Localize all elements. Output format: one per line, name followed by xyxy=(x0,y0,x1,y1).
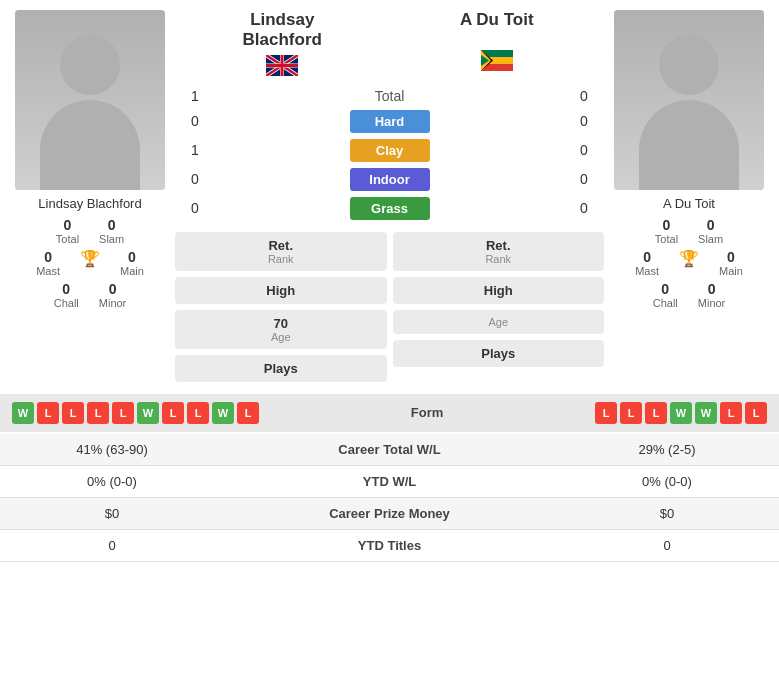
right-minor-label: Minor xyxy=(698,297,726,309)
right-plays-value: Plays xyxy=(403,346,595,361)
stats-rows: 41% (63-90)Career Total W/L29% (2-5)0% (… xyxy=(0,434,779,562)
form-badge-l: L xyxy=(595,402,617,424)
right-form-badges: LLLWWLL xyxy=(595,402,767,424)
form-badge-w: W xyxy=(212,402,234,424)
right-flag-container xyxy=(442,50,552,75)
left-high-box: High xyxy=(175,277,387,304)
svg-rect-8 xyxy=(281,55,284,76)
left-rank-label: Rank xyxy=(185,253,377,265)
form-badge-l: L xyxy=(87,402,109,424)
total-score-left: 1 xyxy=(175,88,215,104)
right-player-col: A Du Toit 0 Total 0 Slam 0 Mast 🏆 xyxy=(609,10,769,309)
form-label: Form xyxy=(259,405,595,420)
hard-score-row: 0 Hard 0 xyxy=(175,110,604,133)
total-score-right: 0 xyxy=(564,88,604,104)
left-trophy-icon: 🏆 xyxy=(80,249,100,268)
left-slam-value: 0 xyxy=(108,217,116,233)
left-high-value: High xyxy=(185,283,377,298)
right-mast-value: 0 xyxy=(643,249,651,265)
left-rank-box: Ret. Rank xyxy=(175,232,387,271)
right-rank-box: Ret. Rank xyxy=(393,232,605,271)
center-col: Lindsay Blachford xyxy=(175,10,604,384)
right-main-value: 0 xyxy=(727,249,735,265)
indoor-badge: Indoor xyxy=(350,168,430,191)
right-high-box: High xyxy=(393,277,605,304)
right-total-label: Total xyxy=(655,233,678,245)
top-section: Lindsay Blachford 0 Total 0 Slam 0 Mast xyxy=(0,0,779,394)
left-chall-label: Chall xyxy=(54,297,79,309)
grass-score-right: 0 xyxy=(564,200,604,216)
form-badge-w: W xyxy=(12,402,34,424)
right-chall-label: Chall xyxy=(653,297,678,309)
left-mast-value: 0 xyxy=(44,249,52,265)
form-badge-l: L xyxy=(745,402,767,424)
left-rank-value: Ret. xyxy=(185,238,377,253)
left-main-label: Main xyxy=(120,265,144,277)
left-minor-value: 0 xyxy=(109,281,117,297)
left-mast-label: Mast xyxy=(36,265,60,277)
clay-score-left: 1 xyxy=(175,142,215,158)
form-badge-w: W xyxy=(695,402,717,424)
clay-score-row: 1 Clay 0 xyxy=(175,139,604,162)
right-main-label: Main xyxy=(719,265,743,277)
form-badge-w: W xyxy=(137,402,159,424)
left-age-box: 70 Age xyxy=(175,310,387,349)
stats-center-label-3: YTD Titles xyxy=(212,538,567,553)
indoor-score-row: 0 Indoor 0 xyxy=(175,168,604,191)
left-center-name-line2: Blachford xyxy=(227,30,337,50)
left-center-name-line1: Lindsay xyxy=(227,10,337,30)
hard-score-right: 0 xyxy=(564,113,604,129)
left-total-label: Total xyxy=(56,233,79,245)
stats-left-2: $0 xyxy=(12,506,212,521)
right-trophy-icon: 🏆 xyxy=(679,249,699,268)
right-age-label: Age xyxy=(403,316,595,328)
grass-badge: Grass xyxy=(350,197,430,220)
right-slam-label: Slam xyxy=(698,233,723,245)
right-chall-value: 0 xyxy=(661,281,669,297)
stats-row-0: 41% (63-90)Career Total W/L29% (2-5) xyxy=(0,434,779,466)
grass-score-left: 0 xyxy=(175,200,215,216)
form-badge-l: L xyxy=(237,402,259,424)
form-section: WLLLLWLLWL Form LLLWWLL xyxy=(0,394,779,432)
stats-row-1: 0% (0-0)YTD W/L0% (0-0) xyxy=(0,466,779,498)
form-badge-l: L xyxy=(37,402,59,424)
hard-score-left: 0 xyxy=(175,113,215,129)
right-high-value: High xyxy=(403,283,595,298)
right-rank-value: Ret. xyxy=(403,238,595,253)
form-badge-l: L xyxy=(620,402,642,424)
stats-right-3: 0 xyxy=(567,538,767,553)
left-plays-box: Plays xyxy=(175,355,387,382)
left-minor-label: Minor xyxy=(99,297,127,309)
left-player-col: Lindsay Blachford 0 Total 0 Slam 0 Mast xyxy=(10,10,170,309)
right-age-box: Age xyxy=(393,310,605,334)
stats-left-0: 41% (63-90) xyxy=(12,442,212,457)
form-badge-l: L xyxy=(187,402,209,424)
right-total-value: 0 xyxy=(663,217,671,233)
clay-badge: Clay xyxy=(350,139,430,162)
form-badge-l: L xyxy=(112,402,134,424)
left-age-value: 70 xyxy=(185,316,377,331)
right-center-name: A Du Toit xyxy=(442,10,552,30)
right-minor-value: 0 xyxy=(708,281,716,297)
stats-center-label-2: Career Prize Money xyxy=(212,506,567,521)
right-rank-label: Rank xyxy=(403,253,595,265)
left-flag-icon xyxy=(266,55,298,76)
form-badge-l: L xyxy=(162,402,184,424)
left-player-avatar xyxy=(15,10,165,190)
left-form-badges: WLLLLWLLWL xyxy=(12,402,259,424)
total-score-row: 1 Total 0 xyxy=(175,88,604,104)
form-badge-w: W xyxy=(670,402,692,424)
stats-row-2: $0Career Prize Money$0 xyxy=(0,498,779,530)
stats-left-3: 0 xyxy=(12,538,212,553)
stats-row-3: 0YTD Titles0 xyxy=(0,530,779,562)
stats-right-1: 0% (0-0) xyxy=(567,474,767,489)
stats-center-label-0: Career Total W/L xyxy=(212,442,567,457)
grass-score-row: 0 Grass 0 xyxy=(175,197,604,220)
hard-badge: Hard xyxy=(350,110,430,133)
left-chall-value: 0 xyxy=(62,281,70,297)
clay-score-right: 0 xyxy=(564,142,604,158)
left-total-value: 0 xyxy=(64,217,72,233)
stats-center-label-1: YTD W/L xyxy=(212,474,567,489)
form-badge-l: L xyxy=(720,402,742,424)
indoor-score-left: 0 xyxy=(175,171,215,187)
